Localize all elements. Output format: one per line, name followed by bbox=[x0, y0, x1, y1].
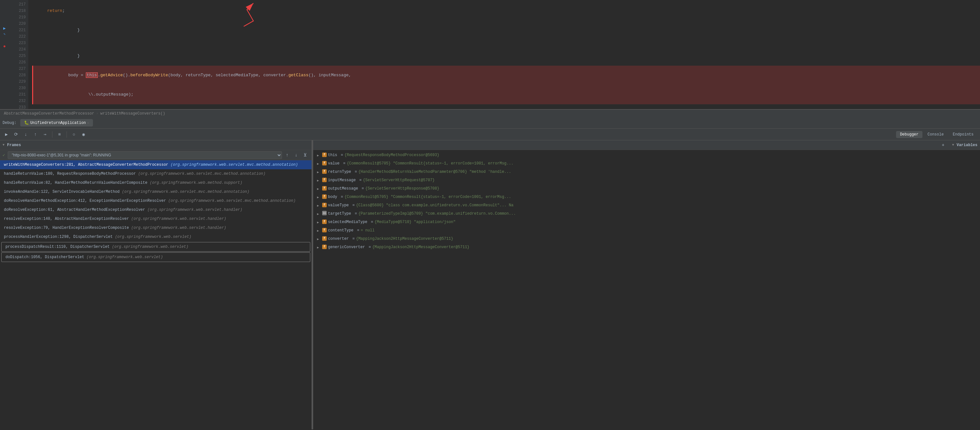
var-icon-contentType: f bbox=[322, 228, 327, 232]
var-expand-inputMessage[interactable]: ▶ bbox=[317, 178, 321, 184]
code-line-221: body = this.getAdvice().beforeBodyWrite(… bbox=[32, 66, 980, 85]
var-icon-body: f bbox=[322, 194, 327, 199]
frame-item-0[interactable]: writeWithMessageConverters:281, Abstract… bbox=[0, 160, 312, 169]
var-name-converter: converter bbox=[328, 236, 349, 242]
debug-label: Debug: bbox=[3, 121, 16, 125]
frames-up-button[interactable]: ↑ bbox=[283, 151, 291, 159]
close-app-tab-button[interactable]: ✕ bbox=[87, 121, 89, 125]
frames-expand-icon[interactable]: ▼ bbox=[3, 143, 5, 147]
var-name-selectedMediaType: selectedMediaType bbox=[328, 219, 367, 225]
var-expand-contentType[interactable]: ▶ bbox=[317, 228, 321, 234]
gutter-223-bp: ● bbox=[0, 43, 9, 49]
view-breakpoints-button[interactable]: ◉ bbox=[80, 131, 88, 138]
line-numbers: 217 218 219 220 221 222 223 224 225 226 … bbox=[9, 0, 28, 109]
frame-1-method: handleReturnValue:180, RequestResponseBo… bbox=[4, 171, 138, 176]
frame-item-6[interactable]: resolveException:140, AbstractHandlerExc… bbox=[0, 214, 312, 223]
frame-7-method: resolveException:79, HandlerExceptionRes… bbox=[4, 225, 131, 230]
var-expand-body[interactable]: ▶ bbox=[317, 195, 321, 200]
var-item-inputMessage[interactable]: ▶ f inputMessage = {ServletServerHttpReq… bbox=[313, 176, 980, 185]
gutter-220 bbox=[0, 19, 9, 26]
step-over-button[interactable]: ⟳ bbox=[12, 131, 20, 138]
execution-arrow-icon: ▶ bbox=[3, 26, 6, 31]
var-expand-outputMessage[interactable]: ▶ bbox=[317, 186, 321, 192]
var-item-outputMessage[interactable]: ▶ f outputMessage = {ServletServerHttpRe… bbox=[313, 185, 980, 193]
frame-item-9[interactable]: processDispatchResult:1110, DispatcherSe… bbox=[1, 242, 310, 252]
var-item-converter[interactable]: ▶ f converter = {MappingJackson2HttpMess… bbox=[313, 235, 980, 243]
var-expand-value[interactable]: ▶ bbox=[317, 161, 321, 167]
breadcrumb-bar: AbstractMessageConverterMethodProcessor … bbox=[0, 109, 980, 117]
var-item-value[interactable]: ▶ f value = {CommonResult@5705} "CommonR… bbox=[313, 160, 980, 168]
var-item-this[interactable]: ▶ f this = {RequestResponseBodyMethodPro… bbox=[313, 151, 980, 160]
evaluate-button[interactable]: ≡ bbox=[56, 131, 63, 138]
endpoints-tab-label: Endpoints bbox=[953, 132, 974, 137]
gutter-219 bbox=[0, 13, 9, 19]
frame-item-1[interactable]: handleReturnValue:180, RequestResponseBo… bbox=[0, 169, 312, 178]
this-highlight: this bbox=[86, 72, 98, 78]
vars-expand-icon[interactable]: ▼ bbox=[952, 143, 954, 147]
debug-app-tab[interactable]: 🐛 UnifiedreturnApplication ✕ bbox=[20, 119, 93, 126]
frame-10-method: doDispatch:1056, DispatcherServlet bbox=[5, 255, 86, 259]
frame-5-method: doResolveException:61, AbstractHandlerMe… bbox=[4, 208, 147, 212]
code-editor: ▶ ✎ ● 217 218 219 220 221 222 223 224 22… bbox=[0, 0, 980, 109]
var-name-outputMessage: outputMessage bbox=[328, 186, 358, 192]
var-expand-selectedMediaType[interactable]: ▶ bbox=[317, 220, 321, 225]
var-value-outputMessage: {ServletServerHttpResponse@5708} bbox=[365, 186, 439, 192]
gutter-218 bbox=[0, 7, 9, 13]
resume-button[interactable]: ▶ bbox=[3, 131, 10, 138]
var-value-valueType: {Class@5600} "class com.example.unifiedr… bbox=[356, 203, 514, 208]
frame-item-5[interactable]: doResolveException:61, AbstractHandlerMe… bbox=[0, 205, 312, 214]
frame-item-3[interactable]: invokeAndHandle:122, ServletInvocableHan… bbox=[0, 187, 312, 196]
thread-selector[interactable]: "http-nio-8080-exec-1"@5,301 in group "m… bbox=[8, 151, 282, 159]
frame-7-package: (org.springframework.web.servlet.handler… bbox=[131, 225, 226, 230]
tab-endpoints[interactable]: Endpoints bbox=[949, 131, 977, 138]
step-into-button[interactable]: ↓ bbox=[22, 131, 30, 138]
frame-8-method: processHandlerException:1298, Dispatcher… bbox=[4, 235, 115, 239]
var-item-contentType[interactable]: ▶ f contentType = = null bbox=[313, 227, 980, 235]
frame-item-4[interactable]: doResolveHandlerMethodException:412, Exc… bbox=[0, 196, 312, 205]
toolbar-sep-2 bbox=[67, 131, 67, 138]
var-expand-returnType[interactable]: ▶ bbox=[317, 169, 321, 176]
var-item-returnType[interactable]: ▶ f returnType = {HandlerMethod$ReturnVa… bbox=[313, 168, 980, 176]
step-out-button[interactable]: ↑ bbox=[32, 131, 39, 138]
var-item-valueType[interactable]: ▶ f valueType = {Class@5600} "class com.… bbox=[313, 201, 980, 210]
mute-breakpoints-button[interactable]: ○ bbox=[70, 131, 78, 138]
var-expand-genericConverter[interactable]: ▶ bbox=[317, 245, 321, 251]
frame-item-8[interactable]: processHandlerException:1298, Dispatcher… bbox=[0, 232, 312, 241]
frames-list: writeWithMessageConverters:281, Abstract… bbox=[0, 160, 312, 429]
frame-5-package: (org.springframework.web.servlet.handler… bbox=[147, 208, 242, 212]
var-item-genericConverter[interactable]: ▶ f genericConverter = {MappingJackson2H… bbox=[313, 243, 980, 252]
tab-debugger[interactable]: Debugger bbox=[896, 131, 923, 138]
var-expand-valueType[interactable]: ▶ bbox=[317, 203, 321, 209]
var-item-selectedMediaType[interactable]: ▶ f selectedMediaType = {MediaType@5710}… bbox=[313, 218, 980, 227]
var-expand-targetType[interactable]: ▶ bbox=[317, 211, 321, 217]
frame-6-package: (org.springframework.web.servlet.handler… bbox=[131, 217, 226, 221]
frame-item-10[interactable]: doDispatch:1056, DispatcherServlet (org.… bbox=[1, 253, 310, 262]
frame-9-package: (org.springframework.web.servlet) bbox=[112, 245, 188, 249]
frames-filter-button[interactable]: ⊻ bbox=[301, 151, 309, 159]
modified-icon: ✎ bbox=[3, 32, 5, 36]
tab-console[interactable]: Console bbox=[924, 131, 948, 138]
frame-4-package: (org.springframework.web.servlet.mvc.met… bbox=[168, 198, 296, 203]
gutter-221-exec: ▶ bbox=[0, 25, 9, 31]
breadcrumb-method: writeWithMessageConverters() bbox=[100, 111, 165, 116]
frame-item-7[interactable]: resolveException:79, HandlerExceptionRes… bbox=[0, 223, 312, 232]
frames-down-button[interactable]: ↓ bbox=[292, 151, 300, 159]
var-expand-converter[interactable]: ▶ bbox=[317, 237, 321, 242]
app-name: UnifiedreturnApplication bbox=[30, 121, 86, 125]
gutter-225 bbox=[0, 55, 9, 61]
vars-add-button[interactable]: + bbox=[939, 141, 947, 149]
frame-0-method: writeWithMessageConverters:281, Abstract… bbox=[4, 163, 170, 167]
var-expand-this[interactable]: ▶ bbox=[317, 153, 321, 159]
var-value-value: {CommonResult@5705} "CommonResult{status… bbox=[347, 161, 513, 166]
toolbar-sep-1 bbox=[52, 131, 52, 138]
frame-4-method: doResolveHandlerMethodException:412, Exc… bbox=[4, 198, 168, 203]
var-value-body: {CommonResult@5705} "CommonResult{status… bbox=[344, 194, 511, 200]
vars-title: Variables bbox=[956, 143, 977, 147]
frame-item-2[interactable]: handleReturnValue:82, HandlerMethodRetur… bbox=[0, 178, 312, 187]
var-icon-valueType: f bbox=[322, 203, 327, 207]
var-item-body[interactable]: ▶ f body = {CommonResult@5705} "CommonRe… bbox=[313, 193, 980, 201]
frames-header: ▼ Frames bbox=[0, 140, 312, 150]
frame-3-package: (org.springframework.web.servlet.mvc.met… bbox=[122, 190, 249, 194]
run-to-cursor-button[interactable]: ⇒ bbox=[41, 131, 49, 138]
var-item-targetType[interactable]: ▶ oo targetType = {ParameterizedTypeImpl… bbox=[313, 210, 980, 218]
